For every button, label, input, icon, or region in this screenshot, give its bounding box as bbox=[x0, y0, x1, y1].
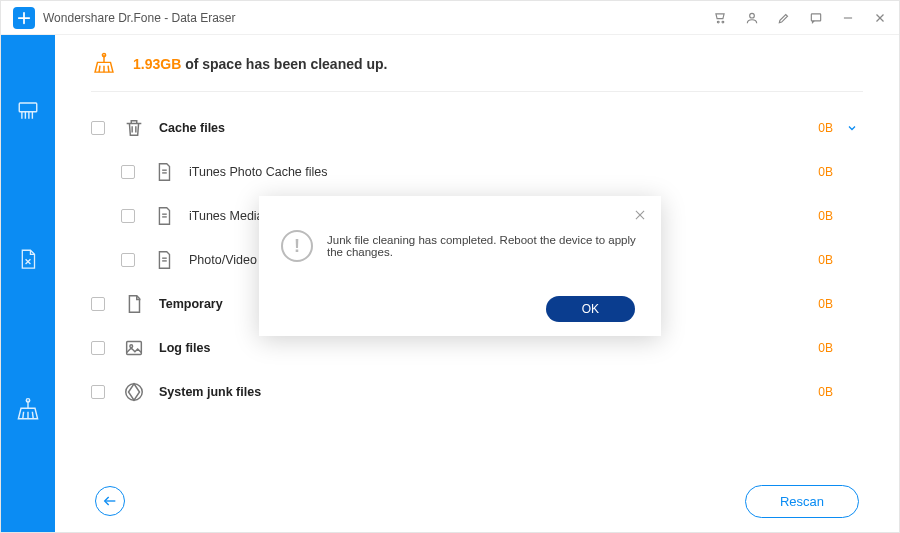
size-label: 0B bbox=[797, 253, 833, 267]
category-row[interactable]: Cache files 0B bbox=[91, 106, 863, 150]
sidebar-broom-icon[interactable] bbox=[13, 395, 43, 425]
titlebar: Wondershare Dr.Fone - Data Eraser bbox=[1, 1, 899, 35]
ok-button[interactable]: OK bbox=[546, 296, 635, 322]
category-row[interactable]: System junk files 0B bbox=[91, 370, 863, 414]
cleanup-header: 1.93GB of space has been cleaned up. bbox=[91, 51, 863, 92]
svg-line-14 bbox=[32, 412, 33, 419]
svg-rect-3 bbox=[811, 13, 820, 20]
image-icon bbox=[123, 337, 145, 359]
svg-point-0 bbox=[717, 21, 719, 23]
cleaned-suffix: of space has been cleaned up. bbox=[181, 56, 387, 72]
user-icon[interactable] bbox=[745, 11, 759, 25]
modal-message: Junk file cleaning has completed. Reboot… bbox=[327, 234, 639, 258]
file-icon bbox=[153, 205, 175, 227]
footer: Rescan bbox=[91, 470, 863, 532]
svg-line-17 bbox=[99, 66, 100, 73]
trash-icon bbox=[123, 117, 145, 139]
broom-icon bbox=[91, 51, 117, 77]
checkbox[interactable] bbox=[91, 341, 105, 355]
category-label: System junk files bbox=[159, 385, 797, 399]
size-label: 0B bbox=[797, 341, 833, 355]
size-label: 0B bbox=[797, 297, 833, 311]
size-label: 0B bbox=[797, 121, 833, 135]
svg-point-1 bbox=[722, 21, 724, 23]
alert-icon: ! bbox=[281, 230, 313, 262]
item-label: iTunes Photo Cache files bbox=[189, 165, 797, 179]
app-title: Wondershare Dr.Fone - Data Eraser bbox=[43, 11, 236, 25]
svg-rect-7 bbox=[19, 103, 37, 112]
file-icon bbox=[153, 161, 175, 183]
checkbox[interactable] bbox=[121, 253, 135, 267]
feedback-icon[interactable] bbox=[809, 11, 823, 25]
category-label: Log files bbox=[159, 341, 797, 355]
cleaned-size: 1.93GB bbox=[133, 56, 181, 72]
file-icon bbox=[153, 249, 175, 271]
chevron-down-icon[interactable] bbox=[841, 122, 863, 134]
sidebar-doc-icon[interactable] bbox=[13, 245, 43, 275]
checkbox[interactable] bbox=[91, 297, 105, 311]
app-window: Wondershare Dr.Fone - Data Eraser bbox=[0, 0, 900, 533]
checkbox[interactable] bbox=[121, 165, 135, 179]
cart-icon[interactable] bbox=[713, 11, 727, 25]
svg-line-12 bbox=[23, 412, 24, 419]
category-label: Cache files bbox=[159, 121, 797, 135]
size-label: 0B bbox=[797, 165, 833, 179]
minimize-icon[interactable] bbox=[841, 11, 855, 25]
back-button[interactable] bbox=[95, 486, 125, 516]
size-label: 0B bbox=[797, 385, 833, 399]
checkbox[interactable] bbox=[91, 385, 105, 399]
rescan-button[interactable]: Rescan bbox=[745, 485, 859, 518]
sidebar-shred-icon[interactable] bbox=[13, 95, 43, 125]
list-item[interactable]: iTunes Photo Cache files 0B bbox=[91, 150, 863, 194]
close-icon[interactable] bbox=[873, 11, 887, 25]
sidebar bbox=[1, 35, 55, 532]
svg-point-2 bbox=[750, 13, 755, 18]
page-icon bbox=[123, 293, 145, 315]
svg-line-19 bbox=[108, 66, 109, 73]
edit-icon[interactable] bbox=[777, 11, 791, 25]
size-label: 0B bbox=[797, 209, 833, 223]
checkbox[interactable] bbox=[91, 121, 105, 135]
app-logo-icon bbox=[13, 7, 35, 29]
completion-modal: ! Junk file cleaning has completed. Rebo… bbox=[259, 196, 661, 336]
checkbox[interactable] bbox=[121, 209, 135, 223]
modal-close-icon[interactable] bbox=[633, 208, 647, 226]
app-icon bbox=[123, 381, 145, 403]
svg-rect-30 bbox=[127, 342, 142, 355]
